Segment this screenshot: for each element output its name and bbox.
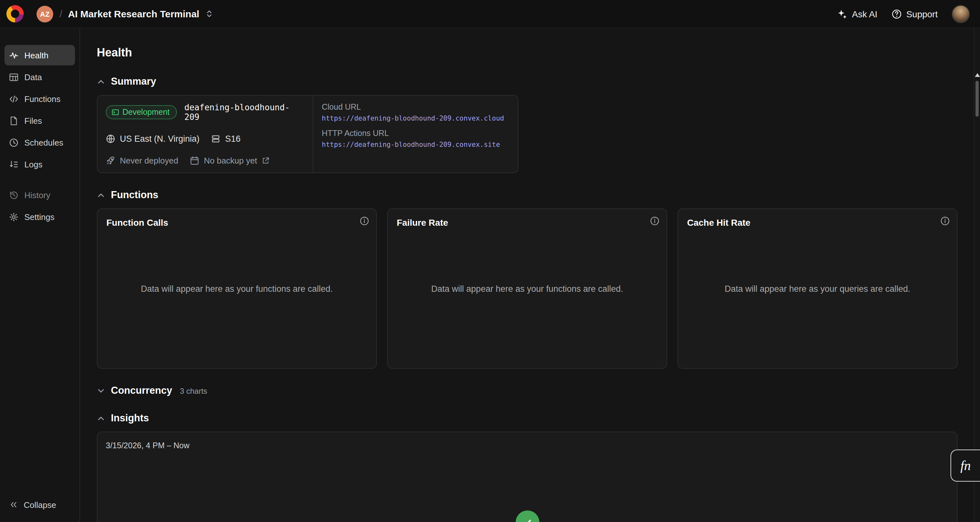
ask-ai-label: Ask AI	[852, 9, 877, 19]
support-button[interactable]: Support	[892, 9, 938, 19]
empty-state-text: Data will appear here as your queries ar…	[725, 284, 910, 294]
section-title-insights: Insights	[111, 412, 149, 424]
summary-section-header[interactable]: Summary	[97, 76, 958, 87]
concurrency-section-header[interactable]: Concurrency 3 charts	[97, 385, 958, 396]
top-bar: AZ / AI Market Research Terminal Ask AI …	[0, 0, 980, 28]
sidebar-item-functions[interactable]: Functions	[5, 88, 75, 109]
scrollbar-thumb[interactable]	[975, 81, 979, 117]
failure-rate-card: Failure Rate Data will appear here as yo…	[387, 208, 667, 369]
topbar-actions: Ask AI Support	[837, 5, 970, 23]
deploy-status-label: Never deployed	[120, 156, 178, 166]
function-metric-cards: Function Calls Data will appear here as …	[97, 208, 958, 369]
http-actions-url-label: HTTP Actions URL	[322, 129, 509, 138]
question-circle-icon	[892, 9, 902, 19]
insights-card: 3/15/2026, 4 PM – Now	[97, 432, 958, 522]
code-icon	[9, 94, 19, 104]
health-page: Health Summary Development deafening-blo…	[80, 28, 980, 522]
clock-icon	[9, 137, 19, 147]
section-title-concurrency: Concurrency	[111, 385, 172, 396]
sidebar-item-label: Functions	[24, 94, 60, 104]
rocket-icon	[106, 156, 115, 166]
health-pulse-icon	[9, 50, 19, 60]
sidebar: Health Data Functions Files Schedules Lo…	[0, 28, 80, 522]
history-icon	[9, 190, 19, 200]
plan-label: S16	[225, 134, 241, 144]
http-actions-url-value[interactable]: https://deafening-bloodhound-209.convex.…	[322, 140, 509, 148]
app-window: AZ / AI Market Research Terminal Ask AI …	[0, 0, 980, 522]
region-row: US East (N. Virginia) S16	[106, 134, 304, 144]
metric-card-title: Function Calls	[107, 217, 168, 228]
sparkle-icon	[837, 9, 848, 19]
scrollbar-up-arrow[interactable]	[975, 73, 980, 77]
environment-badge-label: Development	[123, 108, 170, 117]
project-switcher[interactable]: AI Market Research Terminal	[68, 8, 213, 19]
logs-icon	[9, 160, 19, 169]
chevron-up-icon	[97, 77, 105, 86]
success-check-icon	[515, 511, 539, 522]
deployment-row: Development deafening-bloodhound-209	[106, 102, 304, 122]
status-row: Never deployed No backup yet	[106, 156, 304, 166]
support-label: Support	[906, 9, 938, 19]
region-item: US East (N. Virginia)	[106, 134, 200, 144]
sidebar-item-label: Schedules	[24, 137, 63, 147]
sidebar-item-settings[interactable]: Settings	[5, 206, 75, 227]
backup-status-item[interactable]: No backup yet	[190, 156, 270, 166]
sidebar-item-logs[interactable]: Logs	[5, 154, 75, 174]
sidebar-item-label: Settings	[24, 212, 54, 222]
sidebar-item-files[interactable]: Files	[5, 110, 75, 131]
sidebar-item-label: Files	[24, 116, 42, 125]
sidebar-item-history[interactable]: History	[5, 185, 75, 205]
insights-date-range: 3/15/2026, 4 PM – Now	[106, 441, 189, 450]
sidebar-item-data[interactable]: Data	[5, 67, 75, 87]
metric-card-title: Cache Hit Rate	[687, 217, 751, 228]
deployment-urls: Cloud URL https://deafening-bloodhound-2…	[313, 96, 518, 172]
info-icon[interactable]	[940, 216, 950, 226]
server-icon	[211, 134, 221, 144]
file-icon	[9, 116, 19, 125]
deployment-info: Development deafening-bloodhound-209 US …	[97, 96, 313, 172]
metric-card-title: Failure Rate	[397, 217, 448, 228]
cache-hit-rate-card: Cache Hit Rate Data will appear here as …	[678, 208, 958, 369]
sidebar-item-label: Data	[24, 72, 42, 82]
function-runner-button[interactable]: fn	[951, 450, 980, 482]
dev-terminal-icon	[111, 109, 119, 116]
table-icon	[9, 72, 19, 82]
ask-ai-button[interactable]: Ask AI	[837, 9, 877, 19]
vertical-scrollbar[interactable]	[974, 28, 980, 522]
user-avatar[interactable]	[952, 5, 970, 23]
sidebar-item-label: Logs	[24, 160, 42, 169]
sidebar-item-schedules[interactable]: Schedules	[5, 132, 75, 153]
sidebar-collapse-button[interactable]: Collapse	[5, 495, 75, 514]
project-title: AI Market Research Terminal	[68, 8, 199, 19]
deployment-summary-card: Development deafening-bloodhound-209 US …	[97, 95, 519, 173]
external-link-icon	[261, 156, 270, 165]
insights-section-header[interactable]: Insights	[97, 412, 958, 424]
sidebar-item-health[interactable]: Health	[5, 45, 75, 65]
team-avatar[interactable]: AZ	[37, 5, 53, 22]
double-chevron-left-icon	[9, 500, 18, 509]
section-title-summary: Summary	[111, 76, 156, 87]
concurrency-chart-count: 3 charts	[180, 385, 207, 396]
backup-status-label: No backup yet	[204, 156, 257, 166]
convex-logo[interactable]	[6, 5, 24, 22]
main-layout: Health Data Functions Files Schedules Lo…	[0, 28, 980, 522]
plan-item: S16	[211, 134, 241, 144]
cloud-url-value[interactable]: https://deafening-bloodhound-209.convex.…	[322, 114, 509, 122]
functions-section-header[interactable]: Functions	[97, 189, 958, 201]
page-title: Health	[97, 46, 958, 60]
collapse-label: Collapse	[24, 500, 56, 509]
globe-icon	[106, 134, 115, 144]
breadcrumb-separator: /	[60, 8, 62, 19]
function-calls-card: Function Calls Data will appear here as …	[97, 208, 377, 369]
region-label: US East (N. Virginia)	[120, 134, 200, 144]
deploy-status-item: Never deployed	[106, 156, 178, 166]
chevron-updown-icon	[205, 10, 213, 18]
gear-icon	[9, 212, 19, 222]
chevron-up-icon	[97, 414, 105, 422]
empty-state-text: Data will appear here as your functions …	[431, 284, 623, 294]
environment-badge[interactable]: Development	[106, 105, 177, 119]
info-icon[interactable]	[650, 216, 660, 226]
sidebar-item-label: History	[24, 190, 50, 200]
info-icon[interactable]	[360, 216, 369, 226]
deployment-name[interactable]: deafening-bloodhound-209	[184, 102, 304, 122]
